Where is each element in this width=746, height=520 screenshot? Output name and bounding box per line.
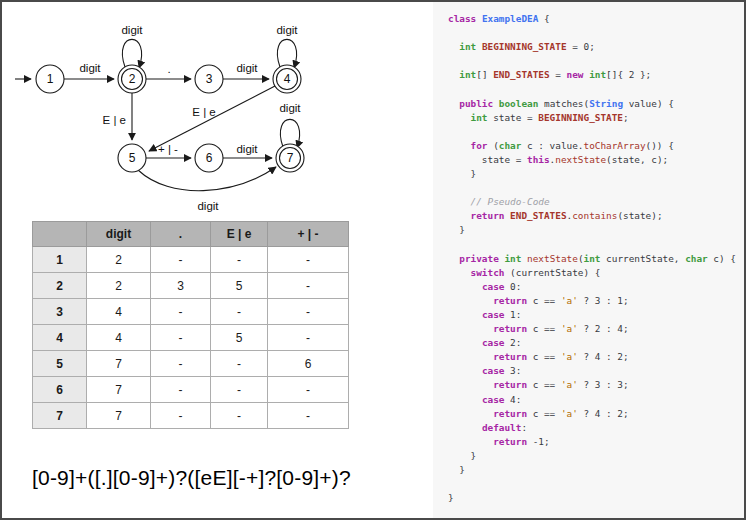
transition-label: digit <box>279 102 301 114</box>
state-node-5: 5 <box>118 144 146 172</box>
table-row: 5 7 - - 6 <box>33 351 349 377</box>
regex-text: [0-9]+([.][0-9]+)?([eE][-+]?[0-9]+)? <box>32 466 351 490</box>
table-row: 1 2 - - - <box>33 247 349 273</box>
column-header: digit <box>87 222 151 247</box>
state-node-4: 4 <box>273 65 301 93</box>
code-line: case 2: <box>448 336 744 350</box>
transition-cell: 4 <box>87 299 151 325</box>
code-line: switch (currentState) { <box>448 266 744 280</box>
code-line <box>448 238 744 252</box>
transition-cell: 3 <box>151 273 211 299</box>
state-node-1: 1 <box>36 65 64 93</box>
code-line: } <box>448 491 744 505</box>
svg-text:6: 6 <box>206 151 213 165</box>
state-node-3: 3 <box>195 65 223 93</box>
transition-table: digit . E | e + | - 1 2 - - - 2 2 3 5 - <box>32 221 349 429</box>
transition-cell: - <box>268 273 349 299</box>
code-line: return c == 'a' ? 4 : 2; <box>448 350 744 364</box>
code-line: case 1: <box>448 308 744 322</box>
code-line: return c == 'a' ? 4 : 2; <box>448 407 744 421</box>
code-line: int state = BEGINNING_STATE; <box>448 111 744 125</box>
row-header: 4 <box>33 325 87 351</box>
code-line: case 4: <box>448 393 744 407</box>
transition-cell: 7 <box>87 377 151 403</box>
transition-cell: - <box>151 247 211 273</box>
transition-cell: 4 <box>87 325 151 351</box>
svg-text:4: 4 <box>284 72 291 86</box>
code-panel: class ExampleDEA { int BEGINNING_STATE =… <box>433 2 744 518</box>
diagram-edge-labels: digit digit . digit digit E | e E | e di… <box>79 24 301 212</box>
code-line: int BEGINNING_STATE = 0; <box>448 40 744 54</box>
transition-cell: - <box>268 247 349 273</box>
code-line: case 3: <box>448 364 744 378</box>
transition-cell: - <box>151 299 211 325</box>
transition-cell: 7 <box>87 403 151 429</box>
transition-cell: - <box>268 377 349 403</box>
state-node-7: 7 <box>276 144 304 172</box>
code-line <box>448 54 744 68</box>
code-line: } <box>448 223 744 237</box>
transition-label: digit <box>236 62 258 74</box>
row-header: 7 <box>33 403 87 429</box>
transition-cell: - <box>151 377 211 403</box>
code-line: int[] END_STATES = new int[]{ 2 }; <box>448 68 744 82</box>
transition-label: E | e <box>192 106 215 118</box>
transition-cell: - <box>268 403 349 429</box>
transition-label: digit <box>197 200 219 212</box>
transition-cell: - <box>151 325 211 351</box>
transition-cell: - <box>211 299 268 325</box>
code-line <box>448 26 744 40</box>
transition-cell: 2 <box>87 273 151 299</box>
table-row: 3 4 - - - <box>33 299 349 325</box>
code-line: state = this.nextState(state, c); <box>448 153 744 167</box>
table-row: 4 4 - 5 - <box>33 325 349 351</box>
code-line: private int nextState(int currentState, … <box>448 252 744 266</box>
transition-cell: - <box>211 351 268 377</box>
code-line: return c == 'a' ? 3 : 3; <box>448 378 744 392</box>
transition-label: . <box>167 63 170 75</box>
transition-label: digit <box>276 24 298 36</box>
transition-cell: - <box>211 377 268 403</box>
transition-cell: - <box>211 247 268 273</box>
transition-cell: - <box>268 325 349 351</box>
code-line: for (char c : value.toCharArray()) { <box>448 139 744 153</box>
table-row: 2 2 3 5 - <box>33 273 349 299</box>
state-node-2: 2 <box>118 65 146 93</box>
transition-cell: 5 <box>211 325 268 351</box>
transition-cell: - <box>268 299 349 325</box>
column-header: + | - <box>268 222 349 247</box>
dfa-state-diagram: digit digit . digit digit E | e E | e di… <box>2 2 434 218</box>
code-line <box>448 477 744 491</box>
code-line: } <box>448 449 744 463</box>
column-header <box>33 222 87 247</box>
code-line: default: <box>448 421 744 435</box>
code-line <box>448 125 744 139</box>
state-node-6: 6 <box>195 144 223 172</box>
transition-cell: 7 <box>87 351 151 377</box>
code-line <box>448 181 744 195</box>
transition-label: digit <box>236 143 258 155</box>
code-line: case 0: <box>448 280 744 294</box>
svg-text:2: 2 <box>129 72 136 86</box>
row-header: 2 <box>33 273 87 299</box>
transition-label: digit <box>121 24 143 36</box>
svg-text:7: 7 <box>287 151 294 165</box>
table-row: 6 7 - - - <box>33 377 349 403</box>
transition-cell: - <box>211 403 268 429</box>
code-line: // Pseudo-Code <box>448 195 744 209</box>
table-header-row: digit . E | e + | - <box>33 222 349 247</box>
table-row: 7 7 - - - <box>33 403 349 429</box>
transition-label: digit <box>79 62 101 74</box>
loop-2 <box>122 39 141 68</box>
transition-cell: - <box>151 403 211 429</box>
transition-label: E | e <box>103 114 126 126</box>
row-header: 1 <box>33 247 87 273</box>
svg-text:3: 3 <box>206 72 213 86</box>
column-header: . <box>151 222 211 247</box>
transition-cell: 6 <box>268 351 349 377</box>
svg-text:5: 5 <box>129 151 136 165</box>
code-line: return c == 'a' ? 2 : 4; <box>448 322 744 336</box>
code-line: return c == 'a' ? 3 : 1; <box>448 294 744 308</box>
transition-cell: - <box>151 351 211 377</box>
code-line: class ExampleDEA { <box>448 12 744 26</box>
